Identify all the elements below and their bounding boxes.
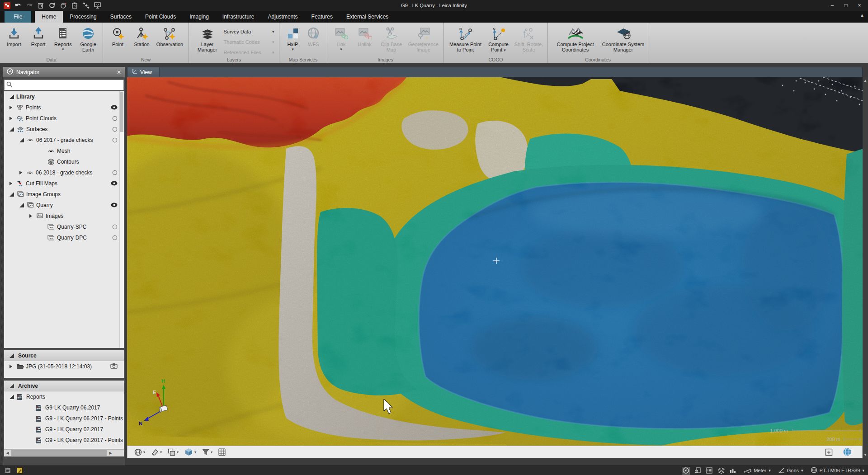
status-layers-icon[interactable] [717,467,725,475]
crs-dropdown[interactable]: PT-TM06 ETRS89 ▾ [811,467,864,474]
status-navigator-icon[interactable] [682,467,690,475]
status-inspector-icon[interactable] [693,467,702,475]
navigator-search[interactable] [4,80,124,90]
navigator-header[interactable]: Navigator ✕ [3,67,125,77]
search-input[interactable] [14,82,122,88]
google-earth-export-icon[interactable] [59,2,67,9]
compute-point-dropdown-icon[interactable]: ▾ [504,48,506,52]
view-3d-cube-button[interactable]: ▾ [183,447,198,457]
expander-icon[interactable] [9,127,14,132]
tree-item-points[interactable]: Points [4,102,124,113]
reports-dropdown-icon[interactable]: ▾ [62,47,64,52]
scroll-right-icon[interactable]: ▶ [107,450,114,456]
tree-item-quarry-spc[interactable]: Quarry-SPC [4,221,124,232]
reports-button[interactable]: Reports ▾ [51,24,76,52]
delete-icon[interactable] [37,2,45,9]
import-button[interactable]: Import [2,24,26,47]
google-earth-button[interactable]: Google Earth [75,24,101,53]
tab-file[interactable]: File [5,11,31,23]
basemap-globe-button[interactable] [841,447,853,457]
add-viewport-button[interactable] [824,447,834,457]
tab-imaging[interactable]: Imaging [183,11,216,23]
tree-item-image-groups[interactable]: Image Groups [4,189,124,200]
visibility-circle-icon[interactable] [112,224,118,231]
tab-surfaces[interactable]: Surfaces [104,11,138,23]
clipboard-icon[interactable]: <> [71,2,79,9]
length-unit-dropdown[interactable]: Meter ▾ [744,467,771,474]
tree-item-cut-fill-maps[interactable]: Cut Fill Maps [4,178,124,189]
tree-item-contours[interactable]: Contours [4,156,124,167]
visibility-circle-icon[interactable] [112,137,118,144]
scroll-left-icon[interactable]: ◀ [4,450,11,456]
expander-icon[interactable] [19,203,24,207]
source-section-header[interactable]: Source [4,350,124,361]
camera-icon[interactable] [110,363,118,370]
visibility-circle-icon[interactable] [112,127,118,133]
tree-item-mesh[interactable]: Mesh [4,146,124,156]
tree-item-surfaces[interactable]: Surfaces [4,124,124,135]
style-brush-button[interactable]: ▾ [150,447,163,457]
visibility-eye-icon[interactable] [111,202,118,209]
status-chart-icon[interactable] [729,467,737,475]
tree-item-library[interactable]: Library [4,91,124,102]
archive-report-item[interactable]: G9-LK Quarry 06.2017 [4,402,124,413]
filter-button[interactable]: ▾ [201,447,214,456]
status-doc-icon[interactable] [4,467,12,475]
status-properties-icon[interactable] [705,467,713,475]
status-edit-doc-icon[interactable] [15,467,24,475]
expander-icon[interactable] [9,182,14,185]
view-mode-globe-button[interactable]: ▾ [133,447,146,457]
close-button[interactable]: × [854,2,865,9]
terrain-3d-view[interactable]: 1,000 m 200 m H [127,77,863,446]
viewports-button[interactable]: ▾ [166,447,180,457]
new-point-button[interactable]: Point [106,24,130,47]
scroll-down-icon[interactable]: ▼ [863,453,868,457]
monitor-icon[interactable] [93,2,101,9]
view-tab[interactable]: View [127,67,160,77]
export-button[interactable]: Export [26,24,51,47]
hxip-button[interactable]: HxIP ▾ [283,24,303,52]
expander-icon[interactable] [9,94,14,99]
archive-report-item[interactable]: G9 - LK Quarry 02.2017 [4,424,124,435]
tree-item-point-clouds[interactable]: Point Clouds [4,113,124,124]
sidebar-horizontal-scrollbar[interactable]: ◀ ▶ [4,449,124,456]
tree-item-quarry[interactable]: Quarry [4,200,124,211]
tree-item-quarry-dpc[interactable]: Quarry-DPC [4,232,124,243]
coordinate-system-manager-button[interactable]: Coordinate System Manager [601,24,646,53]
tab-point-clouds[interactable]: Point Clouds [138,11,183,23]
expander-icon[interactable] [9,106,14,109]
expander-icon[interactable] [29,214,33,218]
view-vertical-scrollbar[interactable]: ▲ ▼ [863,77,868,458]
archive-report-item[interactable]: G9 - LK Quarry 02.2017 - Points Re [4,435,124,446]
tab-infrastructure[interactable]: Infrastructure [216,11,261,23]
tab-adjustments[interactable]: Adjustments [261,11,305,23]
source-item-jpg[interactable]: JPG (31-05-2018 12:14:03) [4,361,124,372]
grid-button[interactable] [217,447,227,456]
compute-point-button[interactable]: N Compute Point ▾ [484,24,513,53]
expander-icon[interactable] [9,365,14,368]
expander-icon[interactable] [9,192,14,197]
visibility-circle-icon[interactable] [112,235,118,242]
visibility-circle-icon[interactable] [112,116,118,122]
expander-icon[interactable] [9,395,14,399]
collapse-ribbon-icon[interactable]: ▲ [860,13,864,18]
minimize-button[interactable]: – [826,2,838,9]
tree-item-grade-2018[interactable]: 06 2018 - grade checks [4,167,124,178]
expander-icon[interactable] [19,171,24,174]
new-station-button[interactable]: Station [130,24,154,47]
refresh-icon[interactable] [48,2,56,9]
survey-data-dropdown[interactable]: Survey Data ▾ [222,27,276,36]
tab-home[interactable]: Home [35,11,63,23]
archive-section-header[interactable]: Archive [4,381,124,391]
visibility-circle-icon[interactable] [112,170,118,177]
visibility-eye-icon[interactable] [111,105,118,111]
scroll-up-icon[interactable]: ▲ [863,79,868,83]
tab-external-services[interactable]: External Services [340,11,395,23]
tree-scrollbar[interactable] [119,91,124,348]
layer-manager-button[interactable]: Layer Manager [193,24,222,53]
archive-reports-node[interactable]: Reports [4,391,124,402]
tree-item-images[interactable]: Images [4,211,124,221]
undo-icon[interactable] [14,2,22,9]
hxip-dropdown-icon[interactable]: ▾ [292,47,294,52]
angle-unit-dropdown[interactable]: Gons ▾ [778,467,803,474]
